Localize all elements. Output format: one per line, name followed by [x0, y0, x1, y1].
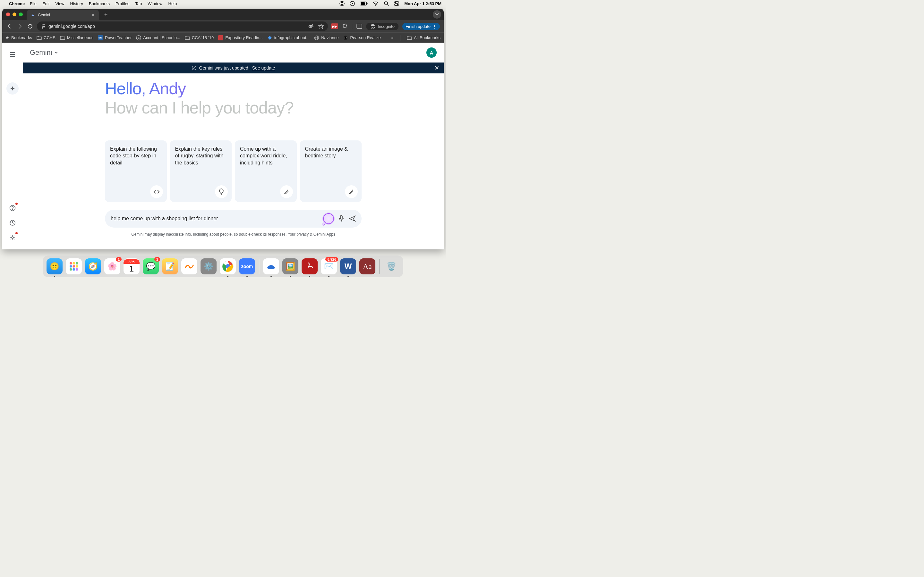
forward-button[interactable] — [16, 23, 23, 30]
avatar[interactable]: A — [426, 47, 437, 58]
privacy-link[interactable]: Your privacy & Gemini Apps — [288, 232, 335, 237]
dock-app-kimai[interactable] — [263, 258, 279, 274]
menu-window[interactable]: Window — [148, 1, 162, 6]
brand-dropdown[interactable]: Gemini — [30, 48, 58, 57]
suggestion-card-riddle[interactable]: Come up with a complex word riddle, incl… — [235, 140, 297, 202]
dock-settings[interactable]: ⚙️ — [200, 258, 216, 274]
svg-rect-49 — [76, 262, 78, 264]
macos-menu-bar: Chrome File Edit View History Bookmarks … — [0, 0, 446, 7]
bookmarks-overflow[interactable]: » — [391, 35, 394, 40]
menu-history[interactable]: History — [70, 1, 83, 6]
send-button[interactable] — [349, 215, 356, 222]
overflow-label: » — [391, 35, 394, 40]
badge: 1 — [116, 257, 121, 261]
control-center-icon[interactable] — [394, 1, 399, 6]
svg-rect-9 — [394, 2, 399, 3]
dock-finder[interactable]: 🙂 — [47, 258, 63, 274]
banner-link[interactable]: See update — [252, 65, 275, 71]
spotlight-icon[interactable] — [384, 1, 389, 6]
dock-word[interactable]: W — [340, 258, 356, 274]
finish-update-button[interactable]: Finish update ⋮ — [402, 23, 440, 30]
svg-rect-50 — [69, 266, 72, 268]
battery-icon[interactable] — [360, 2, 368, 5]
bookmark-cca[interactable]: CCA '18-'19 — [185, 35, 214, 40]
dock-freeform[interactable] — [181, 258, 197, 274]
eye-off-icon[interactable] — [308, 23, 314, 29]
pen-sparkle-icon — [280, 185, 293, 198]
wifi-icon[interactable] — [373, 2, 379, 6]
dock-trash[interactable]: 🗑️ — [383, 258, 399, 274]
bookmark-expository[interactable]: Expository Readin... — [218, 35, 262, 40]
suggestion-card-image-story[interactable]: Create an image & bedtime story — [300, 140, 362, 202]
new-chat-button[interactable] — [6, 82, 19, 95]
svg-text:P: P — [344, 36, 347, 39]
menu-bookmarks[interactable]: Bookmarks — [89, 1, 110, 6]
extensions-icon[interactable] — [342, 23, 348, 29]
site-settings-icon[interactable] — [41, 24, 46, 29]
tab-gemini[interactable]: Gemini ✕ — [27, 10, 99, 20]
dock-photos[interactable]: 🌸1 — [104, 258, 120, 274]
svg-point-14 — [42, 24, 43, 25]
bookmark-pearson[interactable]: PPearson Realize — [343, 35, 381, 40]
bookmark-star-icon[interactable] — [318, 23, 324, 29]
menu-view[interactable]: View — [55, 1, 64, 6]
cal-day: 1 — [129, 264, 134, 274]
menu-edit[interactable]: Edit — [42, 1, 49, 6]
menubar-clock[interactable]: Mon Apr 1 2:53 PM — [404, 1, 441, 6]
dock-preview[interactable]: 🖼️ — [282, 258, 298, 274]
side-panel-icon[interactable] — [357, 24, 362, 29]
menu-toggle-button[interactable] — [6, 48, 19, 61]
dock-safari[interactable]: 🧭 — [85, 258, 101, 274]
bookmark-label: Naviance — [321, 35, 338, 40]
bookmark-misc[interactable]: Miscellaneous — [60, 35, 94, 40]
menubar-app-name[interactable]: Chrome — [9, 1, 25, 6]
dock-acrobat[interactable] — [302, 258, 318, 274]
dock-dictionary[interactable]: Aa — [359, 258, 375, 274]
banner-close-button[interactable]: ✕ — [435, 64, 439, 71]
dock-messages[interactable]: 💬1 — [143, 258, 159, 274]
menu-tab[interactable]: Tab — [135, 1, 142, 6]
all-bookmarks-button[interactable]: All Bookmarks — [407, 35, 441, 40]
dock-launchpad[interactable] — [66, 258, 82, 274]
play-menubar-icon[interactable] — [350, 1, 355, 6]
suggestion-card-rugby[interactable]: Explain the key rules of rugby, starting… — [170, 140, 232, 202]
menu-help[interactable]: Help — [168, 1, 177, 6]
tab-dropdown-button[interactable] — [433, 10, 441, 19]
bookmark-infographic[interactable]: infographic about... — [267, 35, 310, 40]
svg-rect-53 — [69, 268, 72, 271]
mic-icon[interactable] — [338, 215, 344, 222]
help-button[interactable] — [6, 202, 19, 214]
menu-file[interactable]: File — [30, 1, 37, 6]
grammarly-menubar-icon[interactable] — [339, 1, 344, 6]
dock-mail[interactable]: ✉️6,926 — [321, 258, 337, 274]
bookmark-bookmarks[interactable]: ★Bookmarks — [5, 35, 32, 40]
bookmark-powerteacher[interactable]: SISPowerTeacher — [98, 35, 132, 40]
window-close-button[interactable] — [6, 13, 10, 16]
suggestion-card-code[interactable]: Explain the following code step-by-step … — [105, 140, 167, 202]
back-button[interactable] — [6, 23, 13, 30]
prompt-input[interactable] — [111, 216, 318, 221]
bookmark-naviance[interactable]: Naviance — [314, 35, 338, 40]
extension-lastpass-icon[interactable]: ▶▶ — [331, 23, 338, 29]
bookmark-schoology[interactable]: SAccount | Schoolo... — [136, 35, 180, 40]
card-text: Explain the key rules of rugby, starting… — [175, 145, 227, 166]
bookmark-label: CCA '18-'19 — [192, 35, 214, 40]
activity-button[interactable] — [6, 217, 19, 229]
dock-notes[interactable]: 📝 — [162, 258, 178, 274]
dock-chrome[interactable] — [220, 258, 236, 274]
window-maximize-button[interactable] — [19, 13, 23, 16]
dock-calendar[interactable]: APR1 — [124, 258, 140, 274]
folder-icon — [185, 35, 190, 40]
reload-button[interactable] — [27, 23, 34, 30]
menu-profiles[interactable]: Profiles — [115, 1, 129, 6]
svg-rect-5 — [360, 2, 365, 5]
svg-point-40 — [12, 210, 13, 210]
new-tab-button[interactable]: + — [102, 10, 110, 19]
incognito-badge[interactable]: Incognito — [366, 23, 399, 30]
bookmark-cchs[interactable]: CCHS — [37, 35, 55, 40]
dock-zoom[interactable]: zoom — [239, 258, 255, 274]
tab-close-button[interactable]: ✕ — [91, 13, 95, 18]
window-minimize-button[interactable] — [13, 13, 16, 16]
address-bar[interactable]: gemini.google.com/app — [37, 21, 328, 31]
settings-button[interactable] — [6, 231, 19, 243]
